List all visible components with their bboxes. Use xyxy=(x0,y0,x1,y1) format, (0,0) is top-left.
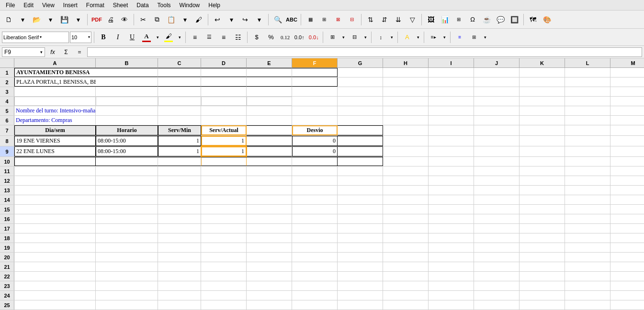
cell-e9[interactable] xyxy=(247,146,292,156)
cell-j22[interactable] xyxy=(474,272,520,281)
cell-e11[interactable] xyxy=(247,166,292,176)
cell-d14[interactable] xyxy=(201,195,247,204)
cell-b9[interactable]: 08:00-15:00 xyxy=(96,146,158,156)
cell-c25[interactable] xyxy=(158,300,201,310)
cell-l11[interactable] xyxy=(565,166,610,176)
insert-rows-button[interactable]: ⊞ xyxy=(317,13,331,26)
cell-h1[interactable] xyxy=(383,68,429,77)
cell-c2[interactable] xyxy=(158,78,201,87)
sort-asc-button[interactable]: ⇅ xyxy=(364,13,377,26)
cell-a2[interactable]: PLAZA PORTAL,1 BENISSA, BENISSA xyxy=(14,78,96,87)
cell-j14[interactable] xyxy=(474,195,520,204)
cell-j13[interactable] xyxy=(474,186,520,195)
align-left-button[interactable]: ≡ xyxy=(188,31,202,44)
rownum-2[interactable]: 2 xyxy=(0,78,14,87)
cell-f24[interactable] xyxy=(292,291,338,300)
cell-f4[interactable] xyxy=(292,97,338,106)
delete-rows-button[interactable]: ⊠ xyxy=(331,13,345,26)
fx-button[interactable]: fx xyxy=(47,47,58,57)
copy-button[interactable]: ⧉ xyxy=(150,13,164,26)
cell-d1[interactable] xyxy=(201,68,247,77)
cell-m12[interactable] xyxy=(610,176,644,185)
rownum-18[interactable]: 18 xyxy=(0,233,14,243)
cell-j17[interactable] xyxy=(474,224,520,233)
background-color-button[interactable]: A xyxy=(400,31,414,44)
cell-l17[interactable] xyxy=(565,224,610,233)
rownum-5[interactable]: 5 xyxy=(0,106,14,115)
undo-button[interactable]: ↩ xyxy=(211,13,224,26)
col-header-l[interactable]: L xyxy=(565,58,610,67)
cell-m5[interactable] xyxy=(610,106,644,115)
cell-k22[interactable] xyxy=(520,272,565,281)
cell-h9[interactable] xyxy=(383,146,429,156)
cell-h23[interactable] xyxy=(383,281,429,290)
cell-k20[interactable] xyxy=(520,253,565,262)
sort-desc-button[interactable]: ⇵ xyxy=(378,13,391,26)
cell-i8[interactable] xyxy=(429,136,474,146)
cell-m13[interactable] xyxy=(610,186,644,195)
cell-g19[interactable] xyxy=(338,243,383,252)
menu-window[interactable]: Window xyxy=(176,1,204,10)
cell-l2[interactable] xyxy=(565,78,610,87)
cell-a4[interactable] xyxy=(14,97,96,106)
cell-b2[interactable] xyxy=(96,78,158,87)
cell-b6[interactable] xyxy=(96,116,158,125)
cell-a17[interactable] xyxy=(14,224,96,233)
cell-d18[interactable] xyxy=(201,233,247,243)
cell-b10[interactable] xyxy=(96,157,158,166)
rownum-6[interactable]: 6 xyxy=(0,116,14,125)
cell-l13[interactable] xyxy=(565,186,610,195)
cell-m24[interactable] xyxy=(610,291,644,300)
cell-i5[interactable] xyxy=(429,106,474,115)
cell-j1[interactable] xyxy=(474,68,520,77)
cell-c3[interactable] xyxy=(158,87,201,96)
rownum-10[interactable]: 10 xyxy=(0,157,14,166)
cell-d24[interactable] xyxy=(201,291,247,300)
cell-a23[interactable] xyxy=(14,281,96,290)
cell-f3[interactable] xyxy=(292,87,338,96)
cell-m18[interactable] xyxy=(610,233,644,243)
style-dropdown[interactable]: ▾ xyxy=(441,31,448,44)
cell-h12[interactable] xyxy=(383,176,429,185)
pdf-button[interactable]: PDF xyxy=(90,13,103,26)
col-header-m[interactable]: M xyxy=(610,58,644,67)
cell-m20[interactable] xyxy=(610,253,644,262)
cell-a9[interactable]: 22 ENE LUNES xyxy=(14,146,96,156)
align-right-button[interactable]: ≡ xyxy=(217,31,230,44)
cell-g15[interactable] xyxy=(338,205,383,214)
cell-e15[interactable] xyxy=(247,205,292,214)
cell-k8[interactable] xyxy=(520,136,565,146)
cell-l7[interactable] xyxy=(565,125,610,135)
highlight-dropdown[interactable]: ▾ xyxy=(176,31,183,44)
cell-g8[interactable] xyxy=(338,136,383,146)
rownum-15[interactable]: 15 xyxy=(0,205,14,214)
cut-button[interactable]: ✂ xyxy=(136,13,150,26)
sort-button[interactable]: ⇊ xyxy=(392,13,405,26)
cell-j23[interactable] xyxy=(474,281,520,290)
cell-h18[interactable] xyxy=(383,233,429,243)
cell-b4[interactable] xyxy=(96,97,158,106)
cell-k3[interactable] xyxy=(520,87,565,96)
cell-m21[interactable] xyxy=(610,262,644,271)
cell-a16[interactable] xyxy=(14,214,96,223)
cell-e19[interactable] xyxy=(247,243,292,252)
currency-button[interactable]: $ xyxy=(250,31,263,44)
freeze-button[interactable]: ⊞ xyxy=(467,31,481,44)
cell-h11[interactable] xyxy=(383,166,429,176)
cell-d6[interactable] xyxy=(201,116,247,125)
cell-f17[interactable] xyxy=(292,224,338,233)
cell-d21[interactable] xyxy=(201,262,247,271)
border-button[interactable]: ⊞ xyxy=(326,31,339,44)
spellcheck-button[interactable]: ABC xyxy=(285,13,298,26)
preview-button[interactable]: 👁 xyxy=(118,13,131,26)
cell-e8[interactable] xyxy=(247,136,292,146)
cell-f21[interactable] xyxy=(292,262,338,271)
stylist-button[interactable]: 🎨 xyxy=(540,13,554,26)
row-height-button[interactable]: ↕ xyxy=(374,31,387,44)
cell-d15[interactable] xyxy=(201,205,247,214)
cell-h2[interactable] xyxy=(383,78,429,87)
cell-l16[interactable] xyxy=(565,214,610,223)
cell-m8[interactable] xyxy=(610,136,644,146)
cell-c7[interactable]: Serv/Min xyxy=(158,125,201,135)
cell-e23[interactable] xyxy=(247,281,292,290)
